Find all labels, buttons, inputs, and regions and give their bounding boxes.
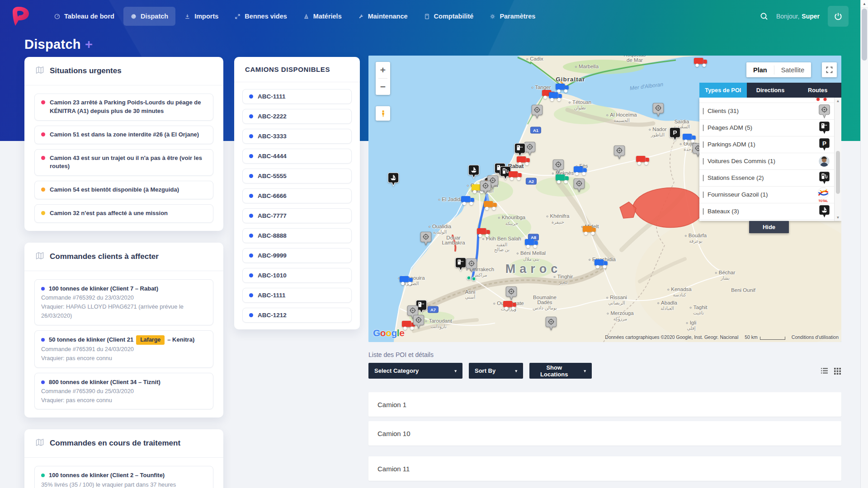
app-logo[interactable]: [12, 6, 30, 26]
pegman-icon[interactable]: [376, 106, 390, 121]
nav-parametres[interactable]: Paramètres: [482, 7, 542, 26]
client-pin-marker[interactable]: [653, 103, 664, 117]
truck-blue-marker[interactable]: [461, 196, 475, 206]
urgent-alert[interactable]: Camion 23 arrêté à Parking Poids-Lourds …: [34, 94, 213, 121]
truck-red-marker[interactable]: [517, 156, 531, 166]
client-pin-marker[interactable]: [466, 258, 477, 272]
page-scrollbar[interactable]: ▲: [860, 0, 868, 488]
truck-list-item[interactable]: ABC-1010: [242, 268, 352, 283]
client-pin-marker[interactable]: [553, 159, 564, 173]
nav-bennes-vides[interactable]: Bennes vides: [227, 7, 294, 26]
client-pin-marker[interactable]: [506, 286, 517, 300]
truck-blue-marker[interactable]: [525, 239, 539, 249]
truck-red-marker[interactable]: [509, 171, 523, 181]
truck-red-marker[interactable]: [477, 228, 491, 238]
add-icon[interactable]: +: [85, 37, 93, 52]
terms-link[interactable]: Conditions d'utilisation: [792, 334, 839, 340]
urgent-alert[interactable]: Camion 43 est sur un trajet ou il n'a pa…: [34, 149, 213, 176]
tab-types-de-poi[interactable]: Types de POI: [699, 83, 747, 98]
scroll-thumb[interactable]: [836, 151, 840, 194]
truck-list-item[interactable]: ABC-6666: [242, 188, 352, 203]
list-item[interactable]: Camion 11: [368, 456, 841, 481]
nav-tableau-de-bord[interactable]: Tableau de bord: [47, 7, 122, 26]
power-icon[interactable]: [828, 6, 849, 27]
grid-view-icon[interactable]: [834, 367, 841, 375]
tab-directions[interactable]: Directions: [747, 83, 794, 98]
nav-comptabilite[interactable]: Comptabilité: [417, 7, 481, 26]
search-icon[interactable]: [760, 12, 768, 20]
truck-list-item[interactable]: ABC-8888: [242, 228, 352, 243]
poi-row-gazoil[interactable]: Fournisseur Gazoil (1)TOTAL: [699, 187, 834, 203]
poi-row-clients[interactable]: Clients (31): [699, 103, 834, 120]
truck-list-item[interactable]: ABC-1212: [242, 308, 352, 323]
google-logo[interactable]: Google: [373, 328, 404, 338]
map-type-plan[interactable]: Plan: [746, 62, 774, 77]
p-pin-marker[interactable]: P: [670, 127, 681, 141]
nav-dispatch[interactable]: Dispatch: [123, 7, 175, 26]
nav-maintenance[interactable]: Maintenance: [351, 7, 415, 26]
truck-list-item[interactable]: ABC-9999: [242, 248, 352, 263]
urgent-alert[interactable]: Camion 54 est bientôt disponible (à Mezg…: [34, 181, 213, 199]
dot-green-marker[interactable]: [467, 276, 471, 280]
client-pin-marker[interactable]: [420, 231, 432, 245]
scroll-up-icon[interactable]: ▲: [836, 99, 840, 103]
order-card[interactable]: 800 tonnes de klinker (Client 34 – Tizni…: [34, 373, 213, 410]
client-pin-marker[interactable]: [574, 178, 585, 192]
truck-list-item[interactable]: ABC-1111: [242, 288, 352, 303]
order-card[interactable]: 100 tonnes de klinker (Client 7 – Rabat)…: [34, 279, 213, 325]
poi-scrollbar[interactable]: ▲ ▼: [834, 98, 841, 221]
list-item[interactable]: Camion 1: [368, 392, 841, 417]
show-locations-dropdown[interactable]: Show Locations▾: [529, 363, 592, 379]
truck-red-marker[interactable]: [636, 156, 650, 165]
client-pin-marker[interactable]: [524, 141, 536, 155]
scroll-down-icon[interactable]: ▼: [836, 216, 840, 220]
order-card[interactable]: 50 tonnes de klinker (Client 21Lafarge– …: [34, 330, 213, 368]
truck-list-item[interactable]: ABC-7777: [242, 208, 352, 223]
tab-routes[interactable]: Routes: [794, 83, 841, 98]
truck-blue-marker[interactable]: [556, 84, 570, 93]
nav-materiels[interactable]: Matériels: [296, 7, 349, 26]
list-item[interactable]: Camion 10: [368, 421, 841, 446]
truck-list-item[interactable]: ABC-1111: [242, 89, 352, 104]
sort-by-dropdown[interactable]: Sort By▾: [469, 363, 523, 379]
select-category-dropdown[interactable]: Select Category▾: [368, 363, 462, 379]
poi-row-stations[interactable]: Stations Essence (2): [699, 170, 834, 187]
hide-button[interactable]: Hide: [749, 221, 789, 233]
truck-blue-marker[interactable]: [594, 259, 609, 269]
toll-pin-marker[interactable]: [455, 257, 467, 271]
boat-pin-marker[interactable]: [388, 172, 399, 186]
dot-green-marker[interactable]: [472, 277, 476, 281]
zoom-in-button[interactable]: +: [376, 62, 390, 78]
client-pin-marker[interactable]: [413, 314, 425, 328]
client-pin-marker[interactable]: [546, 316, 557, 330]
client-pin-marker[interactable]: [532, 104, 543, 118]
truck-blue-marker[interactable]: [683, 134, 697, 143]
nav-imports[interactable]: Imports: [177, 7, 226, 26]
truck-list-item[interactable]: ABC-2222: [242, 109, 352, 124]
truck-list-item[interactable]: ABC-3333: [242, 129, 352, 144]
truck-green-marker[interactable]: [556, 174, 570, 184]
client-pin-marker[interactable]: [614, 145, 625, 159]
poi-row-peages[interactable]: Péages ADM (5): [699, 120, 834, 136]
poi-row-parkings[interactable]: Parkings ADM (1)P: [699, 136, 834, 153]
client-pin-marker[interactable]: [480, 180, 491, 194]
poi-row-bateaux[interactable]: Bateaux (3): [699, 203, 834, 220]
truck-red-marker[interactable]: [503, 301, 517, 310]
truck-list-item[interactable]: ABC-4444: [242, 149, 352, 164]
urgent-alert[interactable]: Camion 32 n'est pas affecté à une missio…: [34, 204, 213, 223]
truck-blue-marker[interactable]: [549, 92, 563, 102]
truck-list-item[interactable]: ABC-5555: [242, 169, 352, 183]
map-type-satellite[interactable]: Satellite: [774, 62, 811, 77]
progress-card[interactable]: 100 tonnes de klinker (Client 2 – Tounfi…: [34, 466, 213, 488]
boat-pin-marker[interactable]: [468, 164, 480, 178]
truck-orange-marker[interactable]: [583, 226, 597, 235]
truck-red-marker[interactable]: [694, 58, 708, 67]
google-map[interactable]: Roquetasde MarCadixMarbellaGibraltarMer …: [368, 56, 841, 342]
scrollbar-thumb[interactable]: [862, 9, 867, 61]
list-view-icon[interactable]: [821, 367, 828, 375]
truck-blue-marker[interactable]: [400, 276, 414, 286]
poi-row-voitures[interactable]: Voitures Des Commis (1): [699, 153, 834, 170]
scrollbar-up-icon[interactable]: ▲: [861, 0, 868, 8]
fullscreen-icon[interactable]: [822, 62, 837, 77]
zoom-out-button[interactable]: −: [376, 79, 390, 95]
